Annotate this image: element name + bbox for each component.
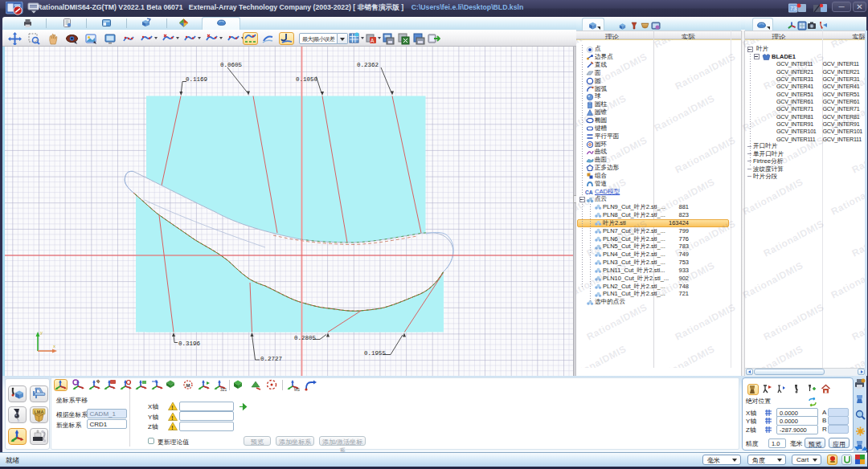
svg-text:0.2727: 0.2727 (260, 356, 282, 362)
svg-text:x: x (53, 344, 55, 349)
svg-text:!: ! (171, 425, 173, 430)
svg-text:M: M (186, 383, 190, 388)
svg-text:0.1050: 0.1050 (296, 76, 318, 83)
svg-text:321: 321 (220, 387, 227, 391)
svg-text:y: y (40, 330, 43, 335)
svg-text:A: A (371, 38, 375, 43)
svg-text:0.0605: 0.0605 (220, 62, 243, 68)
svg-text:!: ! (171, 405, 173, 410)
svg-text:MSP: MSP (294, 388, 300, 391)
svg-text:!: ! (171, 414, 173, 420)
svg-text:0.2362: 0.2362 (357, 62, 379, 68)
svg-text:LMA: LMA (34, 410, 43, 414)
svg-text:0.1955: 0.1955 (364, 350, 387, 357)
svg-text:73: 73 (790, 6, 796, 11)
svg-text:0.3196: 0.3196 (178, 341, 201, 347)
svg-text:0.2805: 0.2805 (294, 335, 317, 341)
svg-text:0.1169: 0.1169 (186, 76, 207, 83)
